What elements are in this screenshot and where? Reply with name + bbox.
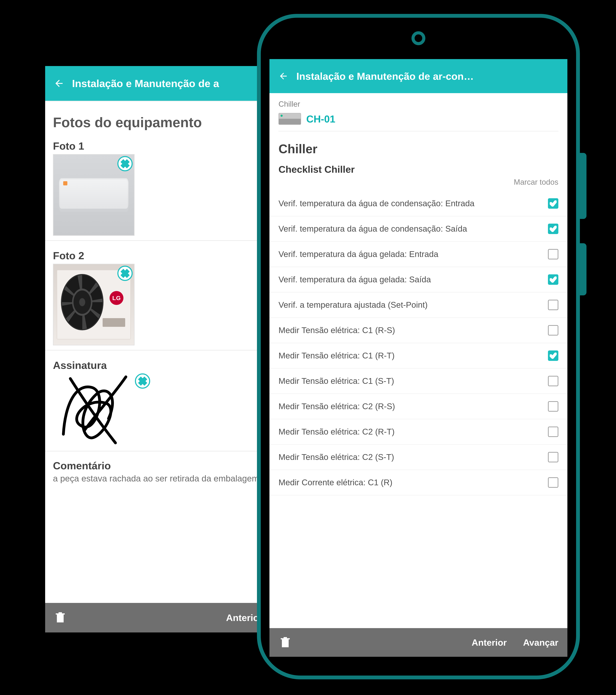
checkbox[interactable] (548, 351, 558, 361)
checkbox[interactable] (548, 300, 558, 310)
checklist-row[interactable]: Medir Tensão elétrica: C2 (R-S) (269, 394, 567, 419)
lg-logo: LG (109, 291, 123, 305)
photos-content: Fotos do equipamento Foto 1 Foto 2 LG As… (45, 101, 271, 603)
checkbox[interactable] (548, 376, 558, 386)
equipment-id: CH-01 (306, 113, 335, 125)
signature-label: Assinatura (53, 359, 263, 371)
checklist-item-label: Medir Tensão elétrica: C2 (R-T) (279, 427, 543, 437)
mark-all-link[interactable]: Marcar todos (269, 176, 567, 191)
previous-button[interactable]: Anterior (472, 637, 507, 648)
checklist-item-label: Verif. a temperatura ajustada (Set-Point… (279, 300, 543, 310)
checklist-item-label: Verif. temperatura da água gelada: Saída (279, 274, 543, 285)
footer-bar: Anterior Avançar (269, 628, 567, 657)
checkbox[interactable] (548, 452, 558, 462)
form-subheading: Checklist Chiller (269, 159, 567, 176)
section-title-photos: Fotos do equipamento (53, 106, 263, 136)
photo2-label: Foto 2 (53, 250, 263, 262)
remove-signature-button[interactable] (135, 373, 150, 389)
checklist: Verif. temperatura da água de condensaçã… (269, 191, 567, 495)
remove-photo2-button[interactable] (117, 266, 133, 281)
delete-button[interactable] (279, 635, 292, 650)
checklist-item-label: Verif. temperatura da água de condensaçã… (279, 224, 543, 234)
checklist-item-label: Medir Tensão elétrica: C1 (R-S) (279, 325, 543, 336)
next-button[interactable]: Avançar (523, 637, 558, 648)
checklist-row[interactable]: Medir Tensão elétrica: C1 (R-T) (269, 343, 567, 369)
checklist-content: Chiller CH-01 Chiller Checklist Chiller … (269, 93, 567, 628)
comment-label: Comentário (53, 460, 263, 472)
checkbox[interactable] (548, 401, 558, 412)
app-header: Instalação e Manutenção de ar-con… (269, 59, 567, 93)
checkbox[interactable] (548, 224, 558, 234)
checklist-row[interactable]: Verif. a temperatura ajustada (Set-Point… (269, 292, 567, 318)
device-side-button (580, 153, 586, 219)
checkbox[interactable] (548, 198, 558, 209)
photo2-thumbnail[interactable]: LG (53, 264, 135, 345)
photo1-label: Foto 1 (53, 140, 263, 152)
checklist-row[interactable]: Verif. temperatura da água gelada: Entra… (269, 242, 567, 267)
page-title: Instalação e Manutenção de a (72, 78, 219, 89)
checklist-row[interactable]: Medir Corrente elétrica: C1 (R) (269, 470, 567, 495)
screenshot-checklist: Instalação e Manutenção de ar-con… Chill… (269, 59, 567, 657)
back-arrow-icon[interactable] (53, 77, 65, 89)
footer-bar: Anterior (45, 603, 271, 632)
device-camera (411, 31, 425, 45)
checklist-row[interactable]: Medir Tensão elétrica: C2 (R-T) (269, 419, 567, 445)
checklist-item-label: Verif. temperatura da água de condensaçã… (279, 198, 543, 209)
screenshot-photos: Instalação e Manutenção de a Fotos do eq… (45, 66, 271, 632)
checklist-item-label: Verif. temperatura da água gelada: Entra… (279, 249, 543, 259)
page-title: Instalação e Manutenção de ar-con… (296, 70, 474, 82)
delete-button[interactable] (53, 611, 67, 625)
remove-photo1-button[interactable] (117, 156, 133, 171)
form-heading: Chiller (269, 131, 567, 159)
device-mockup: Instalação e Manutenção de ar-con… Chill… (257, 14, 580, 679)
equipment-thumb-icon (279, 113, 301, 125)
checklist-item-label: Medir Corrente elétrica: C1 (R) (279, 477, 543, 488)
checklist-row[interactable]: Verif. temperatura da água de condensaçã… (269, 216, 567, 242)
app-header: Instalação e Manutenção de a (45, 66, 271, 101)
checklist-item-label: Medir Tensão elétrica: C1 (R-T) (279, 351, 543, 361)
checkbox[interactable] (548, 249, 558, 259)
checkbox[interactable] (548, 325, 558, 336)
checklist-row[interactable]: Medir Tensão elétrica: C1 (R-S) (269, 318, 567, 343)
device-side-button (580, 243, 586, 295)
equipment-type-label: Chiller (269, 93, 567, 112)
checklist-item-label: Medir Tensão elétrica: C2 (S-T) (279, 452, 543, 462)
equipment-row[interactable]: CH-01 (269, 112, 567, 131)
checkbox[interactable] (548, 477, 558, 488)
checklist-row[interactable]: Verif. temperatura da água gelada: Saída (269, 267, 567, 292)
checkbox[interactable] (548, 274, 558, 285)
checklist-item-label: Medir Tensão elétrica: C1 (S-T) (279, 376, 543, 386)
signature-thumbnail[interactable] (53, 373, 150, 446)
photo1-thumbnail[interactable] (53, 154, 135, 236)
checkbox[interactable] (548, 427, 558, 437)
checklist-row[interactable]: Medir Tensão elétrica: C1 (S-T) (269, 369, 567, 394)
checklist-row[interactable]: Medir Tensão elétrica: C2 (S-T) (269, 445, 567, 470)
back-arrow-icon[interactable] (277, 70, 289, 82)
checklist-row[interactable]: Verif. temperatura da água de condensaçã… (269, 191, 567, 216)
comment-text: a peça estava rachada ao ser retirada da… (53, 473, 263, 484)
checklist-item-label: Medir Tensão elétrica: C2 (R-S) (279, 401, 543, 412)
